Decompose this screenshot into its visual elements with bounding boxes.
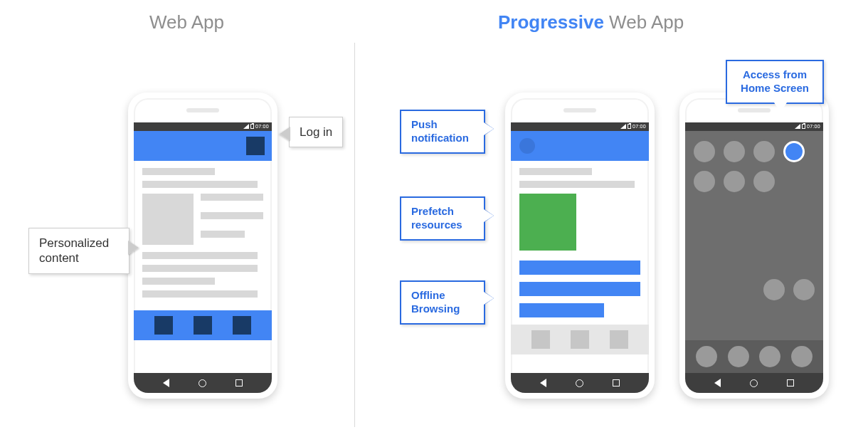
callout-home-screen: Access from Home Screen — [726, 60, 824, 104]
phone-home-screen: 07:00 — [679, 93, 829, 399]
android-nav-bar — [134, 373, 272, 393]
footer-nav-icon — [531, 330, 550, 349]
callout-personalized-label: Personalized content — [39, 236, 109, 265]
vertical-divider — [354, 43, 355, 427]
offline-content-bar — [519, 303, 604, 317]
callout-personalized: Personalized content — [28, 228, 129, 274]
app-icon — [724, 171, 745, 192]
nav-recents-icon — [787, 379, 794, 386]
battery-icon — [802, 124, 805, 129]
nav-recents-icon — [613, 379, 620, 386]
nav-back-icon — [714, 379, 721, 387]
nav-back-icon — [163, 379, 169, 387]
status-bar: 07:00 — [511, 122, 649, 131]
status-clock: 07:00 — [807, 124, 820, 129]
nav-home-icon — [199, 379, 206, 387]
content-body — [134, 161, 272, 310]
callout-push-notification: Push notification — [400, 110, 485, 154]
phone-speaker — [186, 108, 219, 112]
app-icon — [694, 171, 715, 192]
offline-content-bar — [519, 261, 640, 275]
callout-prefetch-resources: Prefetch resources — [400, 196, 485, 241]
app-footer-nav — [511, 325, 649, 354]
app-header — [511, 131, 649, 161]
app-icon — [724, 141, 745, 162]
phone-web-app: 07:00 — [128, 93, 277, 399]
offline-content-bar — [519, 282, 640, 296]
title-web-app: Web App — [149, 11, 224, 33]
content-image-placeholder — [142, 194, 194, 245]
diagram-canvas: Web App Progressive Web App 07:00 — [0, 0, 868, 447]
footer-nav-icon — [233, 316, 251, 335]
dock-app-icon — [759, 346, 780, 367]
app-icon — [763, 279, 785, 300]
login-avatar-icon — [246, 137, 265, 155]
callout-login: Log in — [289, 117, 343, 147]
callout-offline-browsing: Offline Browsing — [400, 280, 485, 325]
title-pwa: Progressive Web App — [498, 11, 684, 33]
footer-nav-icon — [194, 316, 212, 335]
battery-icon — [250, 124, 254, 129]
home-screen-body — [685, 131, 823, 340]
nav-home-icon — [576, 379, 583, 387]
app-header — [134, 131, 272, 161]
status-bar: 07:00 — [685, 122, 823, 131]
content-body — [511, 161, 649, 325]
nav-home-icon — [750, 379, 758, 387]
app-icon — [753, 141, 775, 162]
callout-prefetch-label: Prefetch resources — [411, 205, 462, 231]
phone-speaker — [563, 108, 596, 112]
app-icon — [753, 171, 775, 192]
phone-speaker — [738, 108, 771, 112]
nav-recents-icon — [235, 379, 243, 386]
dock-app-icon — [791, 346, 813, 367]
pwa-home-icon — [783, 141, 805, 162]
footer-nav-icon — [154, 316, 173, 335]
status-clock: 07:00 — [255, 124, 269, 129]
dock-app-icon — [728, 346, 749, 367]
footer-nav-icon — [610, 330, 628, 349]
status-clock: 07:00 — [633, 124, 646, 129]
title-pwa-accent: Progressive — [498, 11, 604, 33]
android-nav-bar — [511, 373, 649, 393]
battery-icon — [628, 124, 631, 129]
signal-icon — [620, 124, 626, 129]
dock-app-icon — [696, 346, 717, 367]
callout-login-label: Log in — [300, 125, 332, 139]
nav-back-icon — [540, 379, 546, 387]
app-footer-nav — [134, 310, 272, 340]
title-pwa-rest: Web App — [604, 11, 684, 33]
phone-pwa-app: 07:00 — [505, 93, 655, 399]
prefetched-image-icon — [519, 194, 576, 251]
signal-icon — [795, 124, 800, 129]
callout-offline-label: Offline Browsing — [411, 289, 460, 315]
app-icon — [793, 279, 815, 300]
home-dock — [685, 340, 823, 373]
footer-nav-icon — [571, 330, 589, 349]
callout-push-label: Push notification — [411, 118, 469, 144]
status-bar: 07:00 — [134, 122, 272, 131]
callout-home-label: Access from Home Screen — [741, 68, 809, 94]
push-notification-icon — [519, 138, 535, 154]
android-nav-bar — [685, 373, 823, 393]
signal-icon — [243, 124, 249, 129]
app-icon — [694, 141, 715, 162]
